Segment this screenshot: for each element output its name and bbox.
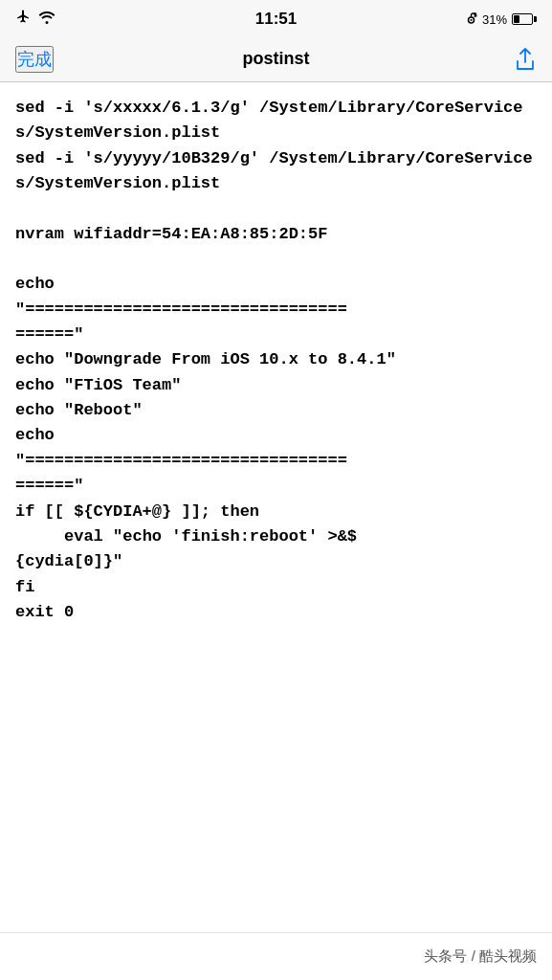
status-bar-time: 11:51 — [255, 10, 297, 29]
status-bar: 11:51 31% — [0, 0, 552, 36]
nav-bar: 完成 postinst — [0, 36, 552, 82]
page-title: postinst — [243, 49, 310, 69]
svg-point-1 — [470, 19, 472, 21]
watermark-bar: 头条号 / 酷头视频 — [0, 932, 552, 980]
status-bar-right: 31% — [465, 11, 537, 28]
battery-percent-text: 31% — [482, 12, 507, 27]
watermark-text: 头条号 / 酷头视频 — [424, 947, 537, 966]
orientation-lock-icon — [465, 11, 477, 28]
battery-icon — [512, 13, 537, 25]
content-area: sed -i 's/xxxxx/6.1.3/g' /System/Library… — [0, 82, 552, 702]
share-button[interactable] — [514, 46, 537, 73]
wifi-icon — [38, 11, 55, 28]
done-button[interactable]: 完成 — [15, 46, 54, 73]
code-content: sed -i 's/xxxxx/6.1.3/g' /System/Library… — [15, 96, 537, 625]
status-bar-left — [15, 10, 55, 29]
airplane-icon — [15, 10, 31, 29]
